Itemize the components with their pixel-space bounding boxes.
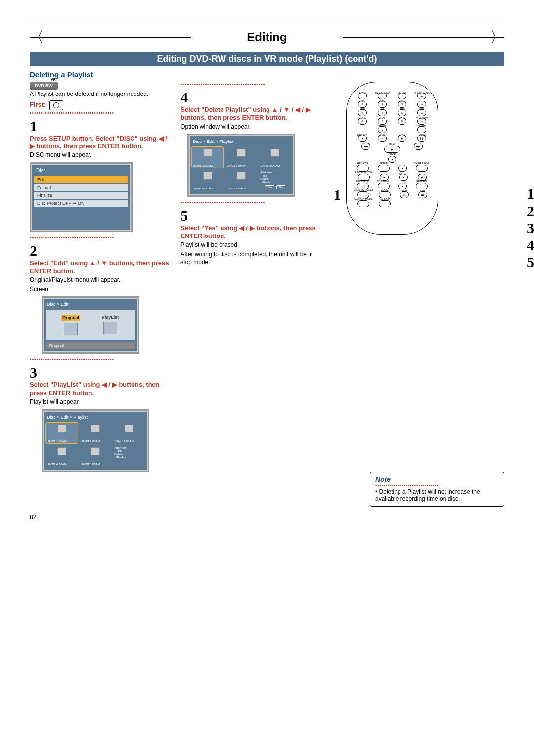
callout-4: 4 (527, 237, 534, 254)
playlist-options-confirm: Add New Title Delete Playlist Yes No (259, 170, 291, 192)
timer-prog-button: TIMER PROG. (416, 165, 428, 172)
stop-button: ■ (388, 156, 396, 163)
intro-text: A Playlist can be deleted if no longer n… (30, 91, 171, 98)
callout-3: 3 (527, 220, 534, 237)
skip-next-button: SKIP⏭ (418, 191, 427, 198)
playlist-cell: JAN/1 4:00AM (192, 170, 223, 190)
open-close-button: OPEN/CLOSE▲ (417, 93, 426, 99)
step-1-instruction: Press SETUP button. Select "DISC" using … (30, 135, 171, 151)
column-2: •••••••••••••••••••••••••••••••••••••• 4… (180, 82, 321, 507)
callouts-right: 1 2 3 4 5 (527, 186, 534, 271)
step-5-body1: Playlist will be erased. (180, 241, 321, 249)
title-bar: 〈 Editing 〉 (30, 30, 504, 44)
playlist-crumb: Disc > Edit > Playlist (192, 138, 291, 145)
playlist-cell: JAN/1 5:00AM (80, 445, 111, 466)
callout-left-1: 1 (333, 187, 341, 203)
dots-divider: •••••••••••••••••••••••••••••••••••••• (30, 110, 171, 116)
chevron-left-icon: 〈 (30, 30, 44, 44)
playlist-options: Add New Title Delete Playlist (113, 445, 145, 468)
step-2-body: Original/PlayList menu will appear. (30, 276, 171, 284)
section-heading: Deleting a Playlist (30, 70, 504, 79)
playlist-cell: JAN/1 2:00AM (80, 423, 111, 443)
skip-prev-button: SKIP⏮ (400, 191, 409, 198)
step-1-body: DISC menu will appear. (30, 151, 171, 159)
step-4-body: Option window will appear. (180, 123, 321, 131)
rewind-button: ◀◀ (361, 143, 370, 150)
setup-button: SETUP (378, 165, 390, 172)
edit-screen-screenshot: Disc > Edit Original PlayList Original (42, 296, 139, 354)
ffwd-button: ▶▶ (414, 143, 423, 150)
dvd-rw-badge: VR DVD-RW (30, 82, 58, 90)
playlist-cell: JAN/1 2:00AM (225, 147, 257, 168)
step-2-screen-label: Screen: (30, 286, 171, 294)
callout-2: 2 (527, 203, 534, 220)
step-2-number: 2 (30, 243, 171, 258)
playlist-cell: JAN/1 1:00AM (46, 423, 78, 443)
disc-menu-item: Disc Protect OFF ➜ ON (34, 200, 128, 207)
badge-text: DVD-RW (35, 83, 53, 88)
page-number: 82 (30, 514, 504, 520)
edit-cell-playlist: PlayList (95, 315, 125, 335)
display-button: DISPLAY● (358, 135, 367, 142)
dvd-button-icon (49, 100, 63, 110)
disc-menu-screenshot: Disc Edit Format Finalize Disc Protect O… (30, 162, 133, 232)
remote-diagram: POWER REC SPEED AUDIO OPEN/CLOSE▲ @!1 AB… (346, 82, 438, 235)
edit-cell-original: Original (56, 315, 86, 335)
remote-wrapper: 1 POWER REC SPEED AUDIO OPEN/CLOSE▲ @!1 … (346, 82, 504, 235)
dots-divider: •••••••••••••••••••••••••••••••••••••• (180, 82, 321, 87)
step-3-body: Playlist will appear. (30, 398, 171, 406)
playlist-crumb: Disc > Edit > Playlist (46, 414, 145, 421)
chevron-right-icon: 〉 (490, 30, 504, 44)
playlist-screen-2: Disc > Edit > Playlist JAN/1 1:00AM JAN/… (187, 134, 295, 197)
disc-menu-item: Edit (34, 176, 128, 183)
edit-screen-crumb: Disc > Edit (46, 301, 135, 308)
callout-1: 1 (527, 186, 534, 203)
step-3-instruction: Select "PlayList" using ◀ / ▶ buttons, t… (30, 381, 171, 397)
disc-menu-item: Format (34, 184, 128, 191)
vr-label: VR (51, 78, 56, 81)
step-4-instruction: Select "Delete Playlist" using ▲ / ▼ / ◀… (180, 106, 321, 122)
first-label: First: (30, 101, 46, 108)
disc-menu-header: Disc (34, 167, 128, 174)
cm-skip-button: CM SKIP (379, 200, 391, 207)
yes-button: Yes (265, 185, 274, 189)
step-2-instruction: Select "Edit" using ▲ / ▼ buttons, then … (30, 259, 171, 276)
playlist-cell: JAN/1 4:00AM (46, 445, 78, 466)
playlist-cell: JAN/1 1:00AM (192, 147, 223, 168)
step-5-instruction: Select "Yes" using ◀ / ▶ buttons, then p… (180, 224, 321, 240)
column-3: 1 POWER REC SPEED AUDIO OPEN/CLOSE▲ @!1 … (331, 82, 504, 507)
page-title: Editing (30, 30, 504, 44)
subtitle-bar: Editing DVD-RW discs in VR mode (Playlis… (30, 52, 504, 66)
playlist-cell: JAN/1 3:00AM (259, 147, 291, 168)
note-title: Note (375, 475, 391, 483)
column-1: VR DVD-RW A Playlist can be deleted if n… (30, 82, 171, 507)
vcr-button: VCR∞ (378, 135, 387, 142)
playlist-screen-1: Disc > Edit > Playlist JAN/1 1:00AM JAN/… (42, 409, 149, 472)
enter-button: ENTER● (399, 174, 408, 181)
play-button: ▶ (384, 146, 400, 153)
note-box: Note ••••••••••••••••••••••••••••••• • D… (370, 472, 504, 507)
dots-divider: •••••••••••••••••••••••••••••••••••••• (30, 357, 171, 362)
note-text: • Deleting a Playlist will not increase … (375, 488, 499, 502)
note-dots: ••••••••••••••••••••••••••••••• (375, 483, 499, 488)
dots-divider: •••••••••••••••••••••••••••••••••••••• (30, 235, 171, 240)
num-9: WXYZ9 (398, 118, 406, 125)
num-7: PQRS7 (358, 118, 367, 125)
step-5-number: 5 (180, 208, 321, 223)
playlist-cell: JAN/1 5:00AM (225, 170, 257, 190)
dvd-button: DVD◉ (398, 135, 406, 142)
playlist-cell: JAN/1 3:00AM (113, 423, 145, 443)
no-button: No (276, 185, 285, 189)
step-3-number: 3 (30, 365, 171, 380)
pause-button: PAUSE❚❚ (417, 135, 426, 142)
edit-screen-footer: Original (46, 342, 135, 349)
search-mode-button: SEARCH MODE (357, 200, 369, 207)
disc-menu-item: Finalize (34, 192, 128, 199)
step-4-number: 4 (180, 90, 321, 105)
step-5-body2: After writing to disc is completed, the … (180, 251, 321, 266)
top-rule (30, 20, 504, 20)
dots-divider: •••••••••••••••••••••••••••••••••••••• (180, 200, 321, 205)
step-1-number: 1 (30, 119, 171, 134)
callout-5: 5 (527, 254, 534, 271)
